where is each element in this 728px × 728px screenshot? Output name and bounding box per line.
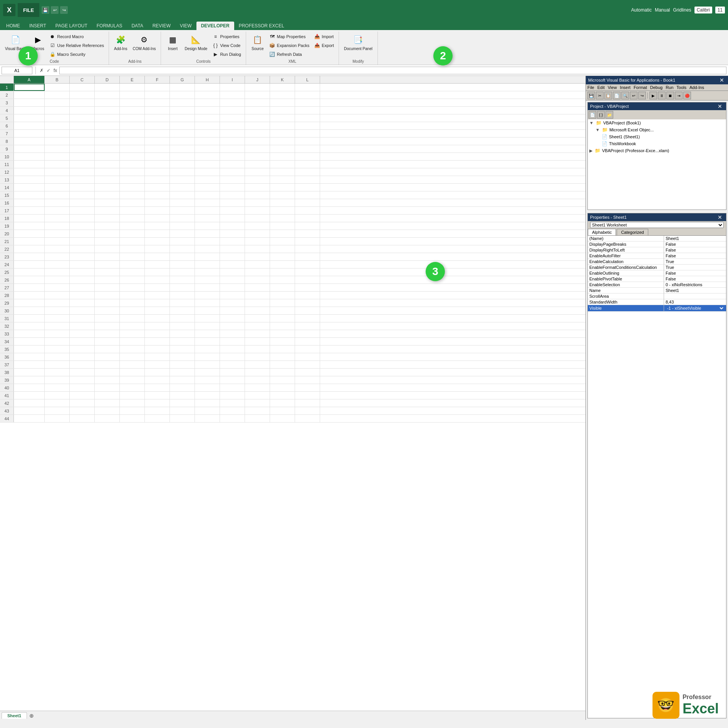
cell-A13[interactable]: [14, 176, 45, 183]
cell-D34[interactable]: [95, 338, 120, 345]
cell-L26[interactable]: [295, 276, 320, 283]
cell-D29[interactable]: [95, 299, 120, 307]
cell-H9[interactable]: [195, 145, 220, 153]
row-num-22[interactable]: 22: [0, 245, 14, 253]
cell-J40[interactable]: [245, 384, 270, 391]
vba-tool-cut[interactable]: ✂: [596, 92, 604, 99]
cell-L41[interactable]: [295, 392, 320, 399]
cell-K36[interactable]: [270, 353, 295, 361]
cell-E35[interactable]: [120, 346, 145, 353]
cell-J28[interactable]: [245, 292, 270, 299]
cell-I43[interactable]: [220, 407, 245, 414]
cell-A20[interactable]: [14, 230, 45, 237]
vba-menu-view[interactable]: View: [608, 85, 617, 90]
col-header-B[interactable]: B: [45, 76, 70, 83]
cell-E1[interactable]: [120, 84, 145, 91]
cell-C15[interactable]: [70, 191, 95, 199]
row-num-37[interactable]: 37: [0, 361, 14, 368]
cell-H42[interactable]: [195, 399, 220, 407]
cell-H12[interactable]: [195, 168, 220, 176]
cell-D36[interactable]: [95, 353, 120, 361]
cell-B18[interactable]: [45, 215, 70, 222]
cell-B26[interactable]: [45, 276, 70, 283]
col-header-A[interactable]: A: [14, 76, 45, 83]
cell-C11[interactable]: [70, 161, 95, 168]
cell-E33[interactable]: [120, 330, 145, 337]
cell-E17[interactable]: [120, 207, 145, 214]
cell-K9[interactable]: [270, 145, 295, 153]
cell-G32[interactable]: [170, 322, 195, 330]
cell-I21[interactable]: [220, 238, 245, 245]
row-num-12[interactable]: 12: [0, 168, 14, 176]
cell-E9[interactable]: [120, 145, 145, 153]
cell-C21[interactable]: [70, 238, 95, 245]
cell-K15[interactable]: [270, 191, 295, 199]
row-num-6[interactable]: 6: [0, 122, 14, 129]
cell-F9[interactable]: [145, 145, 170, 153]
cell-A27[interactable]: [14, 284, 45, 291]
col-header-F[interactable]: F: [145, 76, 170, 83]
cell-G38[interactable]: [170, 369, 195, 376]
formula-input[interactable]: [59, 67, 726, 74]
cell-C28[interactable]: [70, 292, 95, 299]
vba-tool-paste[interactable]: 📄: [613, 92, 621, 99]
cell-B41[interactable]: [45, 392, 70, 399]
cell-B15[interactable]: [45, 191, 70, 199]
redo-icon[interactable]: ↪: [60, 6, 68, 14]
cell-G13[interactable]: [170, 176, 195, 183]
cell-F3[interactable]: [145, 99, 170, 106]
cell-C31[interactable]: [70, 315, 95, 322]
cell-I1[interactable]: [220, 84, 245, 91]
cell-F42[interactable]: [145, 399, 170, 407]
cell-I18[interactable]: [220, 215, 245, 222]
cell-L32[interactable]: [295, 322, 320, 330]
vba-tool-pause[interactable]: ⏸: [658, 92, 666, 99]
vba-menu-add-ins[interactable]: Add-Ins: [689, 85, 704, 90]
cell-J41[interactable]: [245, 392, 270, 399]
cell-C30[interactable]: [70, 307, 95, 314]
cell-L9[interactable]: [295, 145, 320, 153]
cell-H13[interactable]: [195, 176, 220, 183]
cell-H32[interactable]: [195, 322, 220, 330]
row-num-31[interactable]: 31: [0, 315, 14, 322]
prop-row-1[interactable]: DisplayPageBreaksFalse: [588, 242, 726, 247]
cell-A1[interactable]: [14, 84, 45, 91]
row-num-38[interactable]: 38: [0, 369, 14, 376]
cell-J38[interactable]: [245, 369, 270, 376]
cell-C16[interactable]: [70, 199, 95, 206]
cell-L38[interactable]: [295, 369, 320, 376]
cell-B28[interactable]: [45, 292, 70, 299]
com-add-ins-button[interactable]: ⚙ COM Add-Ins: [131, 32, 158, 52]
cell-H1[interactable]: [195, 84, 220, 91]
cell-E5[interactable]: [120, 114, 145, 122]
cell-C9[interactable]: [70, 145, 95, 153]
cell-J17[interactable]: [245, 207, 270, 214]
cell-A32[interactable]: [14, 322, 45, 330]
cell-L43[interactable]: [295, 407, 320, 414]
cell-D7[interactable]: [95, 130, 120, 137]
cell-H39[interactable]: [195, 376, 220, 384]
cell-L36[interactable]: [295, 353, 320, 361]
cell-J15[interactable]: [245, 191, 270, 199]
cell-G12[interactable]: [170, 168, 195, 176]
cell-G44[interactable]: [170, 415, 195, 422]
cell-B17[interactable]: [45, 207, 70, 214]
cell-L23[interactable]: [295, 253, 320, 260]
use-relative-button[interactable]: ☑ Use Relative References: [48, 41, 106, 50]
cell-E6[interactable]: [120, 122, 145, 129]
row-num-2[interactable]: 2: [0, 91, 14, 99]
cell-B34[interactable]: [45, 338, 70, 345]
cell-D15[interactable]: [95, 191, 120, 199]
cell-C22[interactable]: [70, 245, 95, 253]
cell-H14[interactable]: [195, 184, 220, 191]
cell-F25[interactable]: [145, 268, 170, 276]
cell-A18[interactable]: [14, 215, 45, 222]
col-header-G[interactable]: G: [170, 76, 195, 83]
cell-D43[interactable]: [95, 407, 120, 414]
source-button[interactable]: 📋 Source: [249, 32, 266, 52]
cell-B3[interactable]: [45, 99, 70, 106]
cell-C10[interactable]: [70, 153, 95, 160]
cell-H33[interactable]: [195, 330, 220, 337]
cell-K22[interactable]: [270, 245, 295, 253]
cell-J12[interactable]: [245, 168, 270, 176]
